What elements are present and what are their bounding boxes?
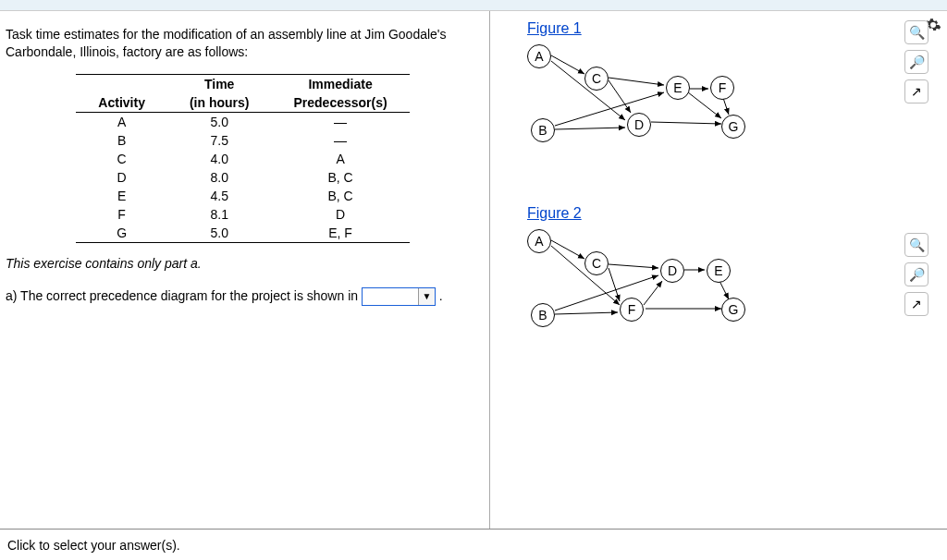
activity-table: Time Immediate Activity (in hours) Prede…	[76, 74, 409, 243]
figure-2-diagram: A B C D E F G	[527, 224, 768, 344]
svg-line-9	[723, 98, 729, 115]
node-c: C	[584, 67, 609, 91]
intro-text: Task time estimates for the modification…	[6, 26, 480, 61]
question-suffix: .	[439, 287, 443, 302]
th-pred: Predecessor(s)	[271, 93, 409, 113]
figure-1-arrows	[527, 39, 768, 159]
figure-1-title: Figure 1	[527, 20, 823, 37]
question-panel: Task time estimates for the modification…	[0, 11, 490, 529]
main-content: Task time estimates for the modification…	[0, 11, 947, 529]
question-a: a) The correct precedence diagram for th…	[6, 287, 480, 306]
node-c: C	[584, 251, 609, 275]
node-f: F	[620, 298, 644, 322]
svg-line-10	[551, 240, 584, 259]
zoom-out-icon: 🔎	[909, 267, 925, 282]
table-row: C4.0A	[76, 150, 409, 168]
table-row: G5.0E, F	[76, 224, 409, 243]
svg-line-19	[719, 281, 729, 299]
figure1-tools: 🔍 🔎 ↗	[904, 20, 929, 103]
node-f: F	[710, 76, 734, 100]
zoom-out-icon: 🔎	[909, 55, 925, 69]
zoom-out-button[interactable]: 🔎	[904, 50, 929, 74]
chevron-down-icon: ▼	[418, 288, 435, 305]
footer-bar[interactable]: Click to select your answer(s).	[0, 529, 947, 560]
node-d: D	[660, 259, 684, 283]
node-g: G	[721, 115, 745, 139]
svg-line-6	[651, 122, 721, 124]
popout-button[interactable]: ↗	[904, 79, 929, 103]
figure-2-arrows	[527, 224, 768, 344]
th-time: Time	[167, 74, 272, 93]
svg-line-4	[555, 128, 625, 129]
node-b: B	[531, 303, 555, 327]
figure-2-title: Figure 2	[527, 205, 823, 222]
table-row: A5.0—	[76, 112, 409, 131]
node-b: B	[531, 118, 555, 142]
svg-line-14	[555, 312, 618, 314]
svg-line-12	[609, 264, 658, 268]
popout-icon: ↗	[911, 84, 922, 99]
svg-line-18	[644, 281, 662, 305]
question-a-text: a) The correct precedence diagram for th…	[6, 287, 358, 302]
svg-line-11	[551, 246, 620, 305]
exercise-note: This exercise contains only part a.	[6, 256, 480, 271]
figure2-tools: 🔍 🔎 ↗	[904, 233, 929, 316]
zoom-in-icon: 🔍	[909, 25, 925, 40]
node-d: D	[627, 113, 651, 137]
node-e: E	[707, 259, 731, 283]
th-hours: (in hours)	[167, 93, 272, 113]
table-row: F8.1D	[76, 205, 409, 224]
popout-button[interactable]: ↗	[904, 292, 929, 316]
node-e: E	[666, 76, 690, 100]
zoom-in-button[interactable]: 🔍	[904, 20, 929, 44]
zoom-in-icon: 🔍	[909, 237, 925, 252]
th-activity: Activity	[76, 93, 167, 113]
answer-dropdown[interactable]: ▼	[362, 287, 436, 306]
table-row: E4.5B, C	[76, 187, 409, 205]
figure-1-diagram: A B C D E F G	[527, 39, 768, 159]
popout-icon: ↗	[911, 297, 922, 311]
top-toolbar	[0, 0, 947, 11]
node-g: G	[721, 298, 745, 322]
figure-2: Figure 2 A B C D	[527, 205, 823, 344]
footer-text: Click to select your answer(s).	[7, 538, 180, 553]
table-row: D8.0B, C	[76, 168, 409, 187]
figure-panel: 🔍 🔎 ↗ Figure 1	[490, 11, 947, 529]
zoom-out-button[interactable]: 🔎	[904, 262, 929, 286]
zoom-in-button[interactable]: 🔍	[904, 233, 929, 257]
svg-line-3	[609, 78, 664, 85]
node-a: A	[527, 44, 551, 68]
figure-1: Figure 1 A B C D	[527, 20, 823, 159]
th-blank	[76, 74, 167, 93]
table-row: B7.5—	[76, 131, 409, 150]
th-imm: Immediate	[271, 74, 409, 93]
node-a: A	[527, 229, 551, 253]
